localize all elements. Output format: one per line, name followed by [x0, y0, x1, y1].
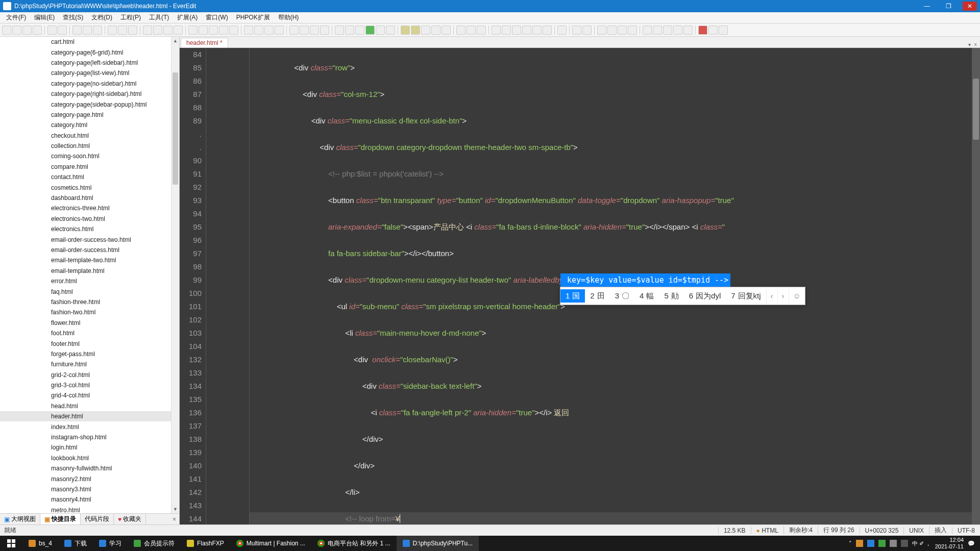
wrap-button[interactable] — [128, 26, 137, 35]
file-item[interactable]: grid-3-col.html — [0, 380, 171, 390]
file-item[interactable]: coming-soon.html — [0, 151, 171, 161]
ime-candidate[interactable]: 1国 — [560, 289, 585, 303]
file-item[interactable]: checkout.html — [0, 131, 171, 141]
file-item[interactable]: furniture.html — [0, 359, 171, 369]
toolbar-button[interactable] — [607, 26, 617, 35]
sidebar-close-button[interactable]: × — [169, 516, 179, 523]
find-button[interactable] — [188, 26, 198, 35]
file-item[interactable]: electronics-two.html — [0, 214, 171, 224]
maximize-button[interactable]: ❐ — [941, 2, 955, 11]
file-item[interactable]: error.html — [0, 276, 171, 286]
save-all-button[interactable] — [33, 26, 42, 35]
toolbar-button[interactable] — [174, 26, 183, 35]
toolbar-button[interactable] — [582, 26, 592, 35]
file-item[interactable]: category-page(sidebar-popup).html — [0, 99, 171, 109]
scroll-up-icon[interactable]: ▲ — [172, 37, 179, 45]
toolbar-button[interactable] — [421, 26, 430, 35]
file-item[interactable]: email-template.html — [0, 266, 171, 276]
toolbar-button[interactable] — [708, 26, 718, 35]
taskbar-item[interactable]: 会员提示符 — [128, 536, 181, 551]
numlist-button[interactable] — [254, 26, 263, 35]
toolbar-button[interactable] — [219, 26, 228, 35]
file-item[interactable]: fashion-three.html — [0, 297, 171, 307]
toolbar-button[interactable] — [320, 26, 329, 35]
toolbar-button[interactable] — [153, 26, 162, 35]
file-item[interactable]: index.html — [0, 421, 171, 432]
file-item[interactable]: cosmetics.html — [0, 182, 171, 192]
taskbar-item[interactable]: FlashFXP — [181, 536, 230, 551]
menu-extensions[interactable]: 扩展(A) — [173, 12, 202, 23]
file-item[interactable]: header.html — [0, 411, 171, 421]
cut-button[interactable] — [72, 26, 82, 35]
file-item[interactable]: dashboard.html — [0, 193, 171, 203]
file-item[interactable]: grid-4-col.html — [0, 390, 171, 400]
status-lineend[interactable]: UNIX — [903, 527, 929, 534]
system-tray[interactable]: ˄ 中 ✐ ， 12:04 2021-07-11 💬 — [844, 537, 980, 550]
replace-button[interactable] — [199, 26, 208, 35]
menu-search[interactable]: 查找(S) — [59, 12, 87, 23]
toolbar-button[interactable] — [673, 26, 682, 35]
toolbar-button[interactable] — [275, 26, 284, 35]
link-button[interactable] — [597, 26, 606, 35]
notification-icon[interactable]: 💬 — [968, 540, 975, 547]
file-item[interactable]: metro.html — [0, 505, 171, 513]
taskbar-item[interactable]: bs_4 — [22, 536, 58, 551]
file-item[interactable]: category.html — [0, 120, 171, 130]
toolbar-button[interactable] — [229, 26, 238, 35]
toolbar-button[interactable] — [143, 26, 152, 35]
sidebar-scrollbar[interactable]: ▲ ▼ — [171, 37, 179, 513]
ime-prev-button[interactable]: ‹ — [766, 287, 777, 305]
editor-tab-header[interactable]: header.html * — [181, 38, 228, 47]
new-file-button[interactable] — [2, 26, 11, 35]
h2-button[interactable] — [502, 26, 511, 35]
save-button[interactable] — [22, 26, 32, 35]
tray-volume-icon[interactable] — [901, 540, 908, 547]
tray-app-icon[interactable] — [856, 540, 863, 547]
list-button[interactable] — [244, 26, 253, 35]
indent-button[interactable] — [108, 26, 117, 35]
sidebar-tab-favorites[interactable]: ♥收藏夹 — [114, 514, 146, 524]
more-button[interactable] — [557, 26, 567, 35]
h6-button[interactable] — [543, 26, 552, 35]
tabstrip-menu-icon[interactable]: ▾ — [968, 42, 971, 47]
file-item[interactable]: category-page(right-sidebar).html — [0, 89, 171, 99]
paste-button[interactable] — [93, 26, 102, 35]
outdent-button[interactable] — [118, 26, 127, 35]
toolbar-button[interactable] — [163, 26, 173, 35]
file-item[interactable]: foot.html — [0, 328, 171, 338]
file-item[interactable]: masonry-fullwidth.html — [0, 463, 171, 473]
toolbar-button[interactable] — [653, 26, 662, 35]
sidebar-tab-quickdir[interactable]: ▣快捷目录 — [40, 514, 81, 524]
ime-next-button[interactable]: › — [777, 287, 789, 305]
ime-emoji-button[interactable]: ☺ — [789, 287, 805, 305]
ime-candidate[interactable]: 2田 — [585, 289, 609, 303]
file-item[interactable]: footer.html — [0, 338, 171, 348]
tray-app-icon[interactable] — [890, 540, 897, 547]
toolbar-button[interactable] — [431, 26, 440, 35]
file-item[interactable]: instagram-shop.html — [0, 432, 171, 442]
code-area[interactable]: 848586878889..90919293949596979899100101… — [180, 48, 980, 524]
menu-document[interactable]: 文档(D) — [87, 12, 116, 23]
file-item[interactable]: cart.html — [0, 37, 171, 47]
h1-button[interactable] — [492, 26, 501, 35]
tabstrip-close-icon[interactable]: × — [974, 42, 977, 47]
menu-edit[interactable]: 编辑(E) — [30, 12, 59, 23]
taskbar-clock[interactable]: 12:04 2021-07-11 — [935, 537, 964, 550]
file-item[interactable]: collection.html — [0, 141, 171, 151]
toolbar-button[interactable] — [310, 26, 319, 35]
menu-project[interactable]: 工程(P) — [116, 12, 145, 23]
taskbar-item[interactable]: 电商平台站 和另外 1 ... — [311, 536, 397, 551]
toolbar-button[interactable] — [643, 26, 652, 35]
menu-window[interactable]: 窗口(W) — [202, 12, 232, 23]
start-button[interactable] — [0, 536, 22, 551]
close-button[interactable]: ✕ — [963, 2, 977, 11]
file-item[interactable]: electronics.html — [0, 224, 171, 234]
tray-app-icon[interactable] — [867, 540, 874, 547]
toolbar-button[interactable] — [300, 26, 309, 35]
file-item[interactable]: fashion-two.html — [0, 307, 171, 317]
tray-ime[interactable]: 中 ✐ ， — [912, 540, 931, 547]
file-item[interactable]: lookbook.html — [0, 453, 171, 463]
file-item[interactable]: forget-pass.html — [0, 349, 171, 359]
fold-column[interactable] — [206, 48, 250, 524]
toolbar-button[interactable] — [376, 26, 385, 35]
